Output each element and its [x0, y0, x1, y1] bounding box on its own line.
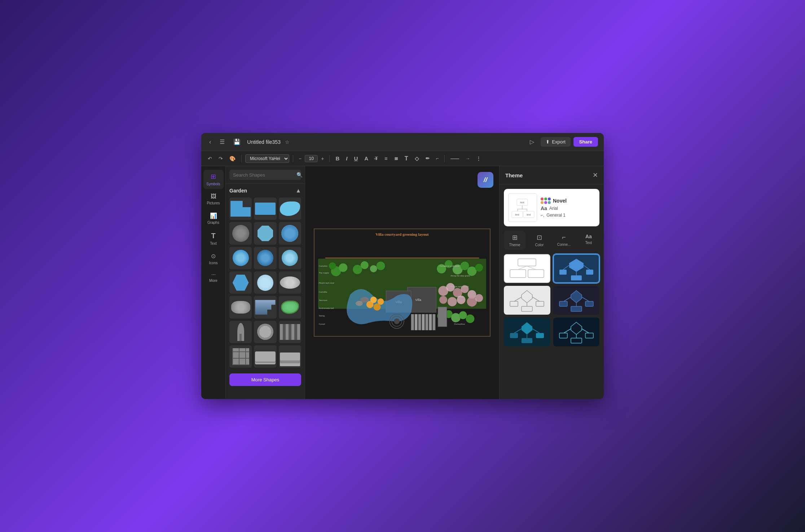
- theme-tab-connector-icon: ⌐: [562, 234, 566, 241]
- wheel3-graphic: [282, 250, 298, 266]
- menu-button[interactable]: ☰: [217, 137, 227, 147]
- text-format-button[interactable]: T: [402, 154, 410, 163]
- shape-item-junction[interactable]: [254, 321, 276, 343]
- theme-option-dark-blue[interactable]: [553, 286, 600, 315]
- shape-item-circle2[interactable]: [254, 271, 276, 294]
- shape-item-bridge[interactable]: [254, 345, 276, 368]
- separator-2: [293, 155, 293, 162]
- sidebar-item-graphs[interactable]: 📊 Graphs: [203, 209, 224, 227]
- more-shapes-button[interactable]: More Shapes: [229, 373, 301, 386]
- save-button[interactable]: 💾: [231, 137, 243, 147]
- shape-item-octagon[interactable]: [254, 222, 276, 244]
- shape-item-bars[interactable]: [279, 321, 301, 343]
- svg-rect-43: [425, 314, 428, 331]
- theme-tab-text-label: Text: [585, 241, 592, 245]
- svg-point-26: [448, 297, 457, 306]
- shape-item-pond[interactable]: [279, 296, 301, 318]
- shape-item-l-shape[interactable]: [229, 198, 252, 220]
- theme-tab-color[interactable]: ⊡ Color: [528, 231, 550, 250]
- shape-item-wheel1[interactable]: [229, 247, 252, 269]
- theme-tab-connector[interactable]: ⌐ Conne...: [553, 231, 575, 250]
- shape-item-stone[interactable]: [229, 296, 252, 318]
- shape-item-grid[interactable]: [229, 345, 252, 368]
- svg-line-81: [563, 265, 569, 270]
- line-spacing-button[interactable]: ≣: [392, 154, 400, 163]
- sidebar-item-pictures[interactable]: 🖼 Pictures: [203, 190, 224, 208]
- shape-item-stone-circle[interactable]: [229, 222, 252, 244]
- paint-button[interactable]: 🎨: [227, 154, 238, 163]
- shape-item-hexagon[interactable]: [229, 271, 252, 294]
- svg-point-36: [451, 313, 461, 323]
- theme-option-blue[interactable]: [553, 254, 600, 283]
- align-button[interactable]: ≡: [382, 154, 390, 163]
- font-decrease-button[interactable]: −: [297, 155, 303, 162]
- svg-text:Sea toon: Sea toon: [319, 299, 327, 301]
- svg-text:Osmanthus: Osmanthus: [454, 323, 465, 325]
- svg-point-9: [329, 262, 336, 270]
- svg-rect-107: [536, 333, 544, 338]
- theme-option-dark-teal[interactable]: [553, 318, 600, 346]
- section-title: Garden: [229, 188, 247, 194]
- bold-button[interactable]: B: [333, 154, 342, 163]
- svg-text:Octagonal gold plate: Octagonal gold plate: [440, 265, 459, 267]
- dot-teal: [548, 201, 551, 204]
- line-style-button[interactable]: ——: [448, 155, 461, 163]
- graphs-icon: 📊: [210, 212, 217, 219]
- panel-close-button[interactable]: ✕: [593, 171, 598, 179]
- svg-point-33: [378, 298, 384, 305]
- shape-item-lamp[interactable]: [229, 321, 252, 343]
- shape-item-rectangle[interactable]: [254, 198, 276, 220]
- theme-option-light[interactable]: [504, 254, 550, 283]
- svg-rect-114: [585, 333, 593, 338]
- font-size-input[interactable]: [305, 155, 318, 162]
- redo-button[interactable]: ↷: [216, 154, 225, 163]
- italic-button[interactable]: I: [344, 154, 349, 163]
- canvas-area[interactable]: // Villa courtyard greening layout: [305, 166, 499, 399]
- shapes-panel: 🔍 Garden ▲: [226, 166, 305, 399]
- sidebar-pictures-label: Pictures: [207, 201, 220, 205]
- svg-text:Peach leaf coral: Peach leaf coral: [319, 282, 334, 284]
- hexagon-graphic: [233, 275, 249, 291]
- shape-item-path[interactable]: [279, 345, 301, 368]
- steps-graphic: [255, 300, 275, 315]
- novel-theme-card[interactable]: text text text: [504, 189, 599, 226]
- search-input[interactable]: [233, 172, 294, 178]
- back-button[interactable]: ‹: [207, 137, 213, 147]
- more-format-button[interactable]: ⋮: [474, 155, 483, 163]
- svg-marker-94: [571, 291, 582, 303]
- svg-point-17: [461, 262, 469, 270]
- theme-tab-text[interactable]: Aa Text: [578, 231, 599, 250]
- shape-item-wheel3[interactable]: [279, 247, 301, 269]
- theme-option-gray[interactable]: [504, 286, 550, 315]
- arrow-style-button[interactable]: →: [463, 155, 472, 163]
- color-button[interactable]: A: [362, 154, 370, 163]
- sidebar-item-icons[interactable]: ⊙ Icons: [203, 250, 224, 268]
- shape-fill-button[interactable]: ◇: [413, 154, 421, 163]
- shape-item-wheel2[interactable]: [254, 247, 276, 269]
- sidebar-item-more[interactable]: ⋯ More: [203, 269, 224, 285]
- export-button[interactable]: ⬆ Export: [541, 137, 571, 147]
- sidebar-item-symbols[interactable]: ⊞ Symbols: [203, 170, 224, 189]
- shape-item-compass[interactable]: [279, 222, 301, 244]
- share-button[interactable]: Share: [573, 137, 598, 147]
- section-toggle[interactable]: ▲: [295, 187, 301, 194]
- play-button[interactable]: ▷: [526, 136, 538, 147]
- font-select[interactable]: Microsoft YaHei: [245, 154, 289, 163]
- theme-option-teal[interactable]: [504, 318, 550, 346]
- shape-item-oval[interactable]: [279, 271, 301, 294]
- shape-item-blob[interactable]: [279, 198, 301, 220]
- strikethrough-button[interactable]: T̶: [373, 154, 380, 163]
- theme-tab-theme[interactable]: ⊞ Theme: [504, 231, 525, 250]
- panel-content: text text text: [500, 185, 604, 399]
- sidebar-item-text[interactable]: T Text: [203, 229, 224, 248]
- title-bar-right: ▷ ⬆ Export Share: [526, 136, 598, 147]
- underline-button[interactable]: U: [352, 154, 360, 163]
- corner-button[interactable]: ⌐: [434, 154, 441, 163]
- pen-button[interactable]: ✏: [423, 154, 432, 163]
- star-icon[interactable]: ☆: [285, 139, 290, 145]
- font-increase-button[interactable]: +: [319, 155, 326, 162]
- search-input-wrap: 🔍: [229, 170, 301, 180]
- dot-red: [541, 198, 544, 200]
- shape-item-steps[interactable]: [254, 296, 276, 318]
- undo-button[interactable]: ↶: [206, 154, 214, 163]
